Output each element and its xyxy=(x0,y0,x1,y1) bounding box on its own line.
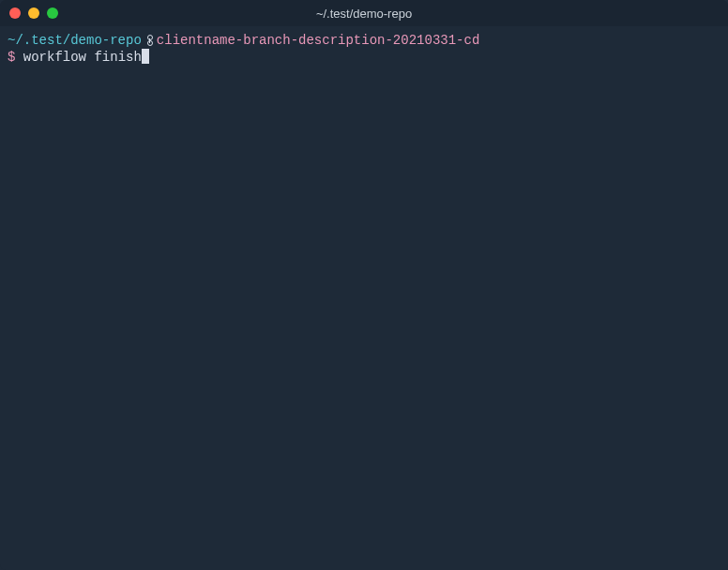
command-input[interactable]: workflow finish xyxy=(23,49,142,66)
git-branch-icon xyxy=(145,32,155,49)
prompt-line: ~/.test/demo-repo clientname-branch-desc… xyxy=(8,32,720,49)
terminal-body[interactable]: ~/.test/demo-repo clientname-branch-desc… xyxy=(0,26,728,71)
traffic-lights xyxy=(9,8,58,19)
spacer xyxy=(15,49,23,66)
cursor xyxy=(142,49,149,64)
prompt-symbol: $ xyxy=(8,49,15,66)
terminal-window: ~/.test/demo-repo ~/.test/demo-repo clie… xyxy=(0,0,728,570)
maximize-button[interactable] xyxy=(47,8,58,19)
cwd-segment: ~/.test/demo-repo xyxy=(8,32,142,49)
window-title: ~/.test/demo-repo xyxy=(316,7,412,21)
branch-segment: clientname-branch-description-20210331-c… xyxy=(157,32,479,49)
titlebar[interactable]: ~/.test/demo-repo xyxy=(0,0,728,26)
close-button[interactable] xyxy=(9,8,21,19)
minimize-button[interactable] xyxy=(28,8,39,19)
command-line: $ workflow finish xyxy=(8,49,720,66)
